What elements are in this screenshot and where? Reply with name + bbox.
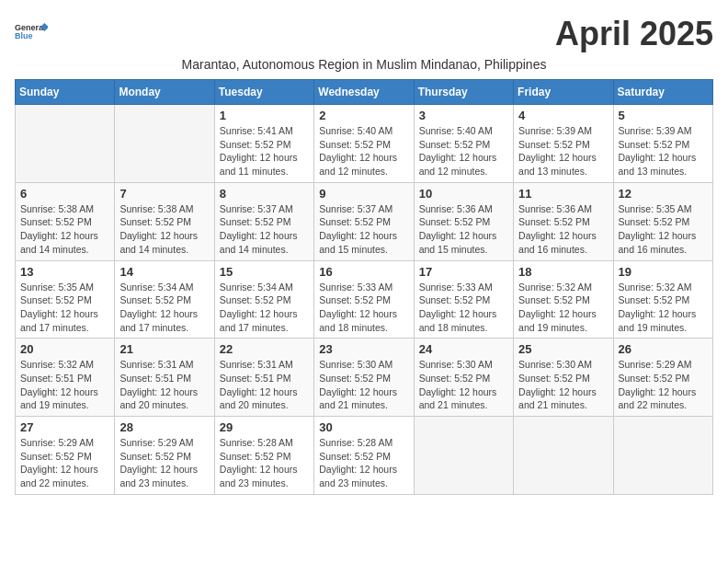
- calendar-day-header: Sunday: [16, 80, 115, 105]
- calendar-day-header: Tuesday: [214, 80, 313, 105]
- day-info: Sunrise: 5:38 AMSunset: 5:52 PMDaylight:…: [119, 202, 209, 257]
- calendar-cell: 2Sunrise: 5:40 AMSunset: 5:52 PMDaylight…: [314, 105, 414, 183]
- day-info: Sunrise: 5:37 AMSunset: 5:52 PMDaylight:…: [220, 202, 309, 257]
- day-number: 17: [419, 265, 508, 279]
- day-info: Sunrise: 5:38 AMSunset: 5:52 PMDaylight:…: [20, 202, 109, 257]
- day-number: 23: [319, 342, 408, 356]
- day-info: Sunrise: 5:40 AMSunset: 5:52 PMDaylight:…: [419, 124, 508, 178]
- calendar-cell: 16Sunrise: 5:33 AMSunset: 5:52 PMDayligh…: [314, 260, 414, 339]
- day-info: Sunrise: 5:39 AMSunset: 5:52 PMDaylight:…: [518, 124, 608, 178]
- day-info: Sunrise: 5:35 AMSunset: 5:52 PMDaylight:…: [20, 281, 109, 335]
- day-info: Sunrise: 5:41 AMSunset: 5:52 PMDaylight:…: [220, 124, 309, 178]
- calendar-cell: 26Sunrise: 5:29 AMSunset: 5:52 PMDayligh…: [613, 339, 712, 417]
- svg-text:Blue: Blue: [15, 31, 33, 40]
- day-info: Sunrise: 5:32 AMSunset: 5:52 PMDaylight:…: [619, 281, 708, 335]
- calendar-cell: 13Sunrise: 5:35 AMSunset: 5:52 PMDayligh…: [16, 260, 115, 339]
- day-info: Sunrise: 5:28 AMSunset: 5:52 PMDaylight:…: [319, 436, 408, 490]
- day-number: 22: [220, 342, 309, 356]
- calendar-cell: 25Sunrise: 5:30 AMSunset: 5:52 PMDayligh…: [514, 339, 613, 417]
- calendar-cell: 20Sunrise: 5:32 AMSunset: 5:51 PMDayligh…: [16, 339, 115, 417]
- day-number: 8: [220, 187, 309, 201]
- calendar-cell: 19Sunrise: 5:32 AMSunset: 5:52 PMDayligh…: [613, 260, 712, 339]
- day-number: 2: [319, 109, 408, 122]
- logo: General Blue: [15, 15, 48, 48]
- day-info: Sunrise: 5:30 AMSunset: 5:52 PMDaylight:…: [319, 358, 408, 412]
- day-number: 13: [20, 265, 109, 279]
- day-info: Sunrise: 5:28 AMSunset: 5:52 PMDaylight:…: [220, 436, 309, 490]
- calendar-cell: 17Sunrise: 5:33 AMSunset: 5:52 PMDayligh…: [414, 260, 513, 339]
- calendar-cell: [514, 417, 613, 495]
- day-number: 25: [518, 342, 608, 356]
- day-number: 9: [319, 187, 408, 201]
- logo-svg: General Blue: [15, 15, 48, 48]
- day-number: 27: [20, 420, 109, 434]
- day-number: 4: [518, 109, 608, 122]
- calendar-cell: [16, 105, 115, 183]
- calendar-cell: 22Sunrise: 5:31 AMSunset: 5:51 PMDayligh…: [214, 339, 313, 417]
- day-number: 5: [619, 109, 708, 122]
- day-info: Sunrise: 5:40 AMSunset: 5:52 PMDaylight:…: [319, 124, 408, 178]
- day-info: Sunrise: 5:29 AMSunset: 5:52 PMDaylight:…: [119, 436, 209, 490]
- day-number: 20: [20, 342, 109, 356]
- day-info: Sunrise: 5:29 AMSunset: 5:52 PMDaylight:…: [619, 358, 708, 412]
- day-info: Sunrise: 5:34 AMSunset: 5:52 PMDaylight:…: [220, 281, 309, 335]
- day-number: 7: [119, 187, 209, 201]
- day-number: 21: [119, 342, 209, 356]
- day-info: Sunrise: 5:30 AMSunset: 5:52 PMDaylight:…: [518, 358, 608, 412]
- calendar-cell: 7Sunrise: 5:38 AMSunset: 5:52 PMDaylight…: [115, 182, 214, 260]
- calendar-cell: 29Sunrise: 5:28 AMSunset: 5:52 PMDayligh…: [214, 417, 313, 495]
- calendar-cell: 11Sunrise: 5:36 AMSunset: 5:52 PMDayligh…: [514, 182, 613, 260]
- calendar-cell: 5Sunrise: 5:39 AMSunset: 5:52 PMDaylight…: [613, 105, 712, 183]
- day-info: Sunrise: 5:32 AMSunset: 5:51 PMDaylight:…: [20, 358, 109, 412]
- calendar-cell: 3Sunrise: 5:40 AMSunset: 5:52 PMDaylight…: [414, 105, 513, 183]
- day-number: 26: [619, 342, 708, 356]
- day-number: 18: [518, 265, 608, 279]
- calendar-cell: 14Sunrise: 5:34 AMSunset: 5:52 PMDayligh…: [115, 260, 214, 339]
- calendar-cell: 21Sunrise: 5:31 AMSunset: 5:51 PMDayligh…: [115, 339, 214, 417]
- calendar-cell: [115, 105, 214, 183]
- day-info: Sunrise: 5:36 AMSunset: 5:52 PMDaylight:…: [518, 202, 608, 257]
- calendar-cell: 10Sunrise: 5:36 AMSunset: 5:52 PMDayligh…: [414, 182, 513, 260]
- calendar-day-header: Thursday: [414, 80, 513, 105]
- day-info: Sunrise: 5:37 AMSunset: 5:52 PMDaylight:…: [319, 202, 408, 257]
- calendar-cell: 6Sunrise: 5:38 AMSunset: 5:52 PMDaylight…: [16, 182, 115, 260]
- day-info: Sunrise: 5:33 AMSunset: 5:52 PMDaylight:…: [419, 281, 508, 335]
- day-number: 30: [319, 420, 408, 434]
- calendar-cell: 23Sunrise: 5:30 AMSunset: 5:52 PMDayligh…: [314, 339, 414, 417]
- day-number: 12: [619, 187, 708, 201]
- calendar-day-header: Monday: [115, 80, 214, 105]
- calendar-day-header: Friday: [514, 80, 613, 105]
- day-number: 29: [220, 420, 309, 434]
- calendar-cell: 8Sunrise: 5:37 AMSunset: 5:52 PMDaylight…: [214, 182, 313, 260]
- month-title: April 2025: [555, 15, 713, 53]
- day-info: Sunrise: 5:33 AMSunset: 5:52 PMDaylight:…: [319, 281, 408, 335]
- calendar-cell: 18Sunrise: 5:32 AMSunset: 5:52 PMDayligh…: [514, 260, 613, 339]
- calendar-cell: [414, 417, 513, 495]
- day-info: Sunrise: 5:31 AMSunset: 5:51 PMDaylight:…: [220, 358, 309, 412]
- calendar-cell: 12Sunrise: 5:35 AMSunset: 5:52 PMDayligh…: [613, 182, 712, 260]
- calendar-cell: [613, 417, 712, 495]
- calendar-cell: 15Sunrise: 5:34 AMSunset: 5:52 PMDayligh…: [214, 260, 313, 339]
- day-info: Sunrise: 5:29 AMSunset: 5:52 PMDaylight:…: [20, 436, 109, 490]
- day-info: Sunrise: 5:31 AMSunset: 5:51 PMDaylight:…: [119, 358, 209, 412]
- day-info: Sunrise: 5:34 AMSunset: 5:52 PMDaylight:…: [119, 281, 209, 335]
- calendar-cell: 4Sunrise: 5:39 AMSunset: 5:52 PMDaylight…: [514, 105, 613, 183]
- day-info: Sunrise: 5:30 AMSunset: 5:52 PMDaylight:…: [419, 358, 508, 412]
- calendar-cell: 30Sunrise: 5:28 AMSunset: 5:52 PMDayligh…: [314, 417, 414, 495]
- day-info: Sunrise: 5:32 AMSunset: 5:52 PMDaylight:…: [518, 281, 608, 335]
- calendar-cell: 27Sunrise: 5:29 AMSunset: 5:52 PMDayligh…: [16, 417, 115, 495]
- day-number: 3: [419, 109, 508, 122]
- calendar-subtitle: Marantao, Autonomous Region in Muslim Mi…: [15, 57, 713, 72]
- day-number: 6: [20, 187, 109, 201]
- calendar-cell: 24Sunrise: 5:30 AMSunset: 5:52 PMDayligh…: [414, 339, 513, 417]
- day-number: 28: [119, 420, 209, 434]
- day-info: Sunrise: 5:35 AMSunset: 5:52 PMDaylight:…: [619, 202, 708, 257]
- calendar-cell: 28Sunrise: 5:29 AMSunset: 5:52 PMDayligh…: [115, 417, 214, 495]
- day-number: 1: [220, 109, 309, 122]
- day-info: Sunrise: 5:39 AMSunset: 5:52 PMDaylight:…: [619, 124, 708, 178]
- calendar-day-header: Wednesday: [314, 80, 414, 105]
- day-number: 11: [518, 187, 608, 201]
- calendar-day-header: Saturday: [613, 80, 712, 105]
- day-info: Sunrise: 5:36 AMSunset: 5:52 PMDaylight:…: [419, 202, 508, 257]
- day-number: 15: [220, 265, 309, 279]
